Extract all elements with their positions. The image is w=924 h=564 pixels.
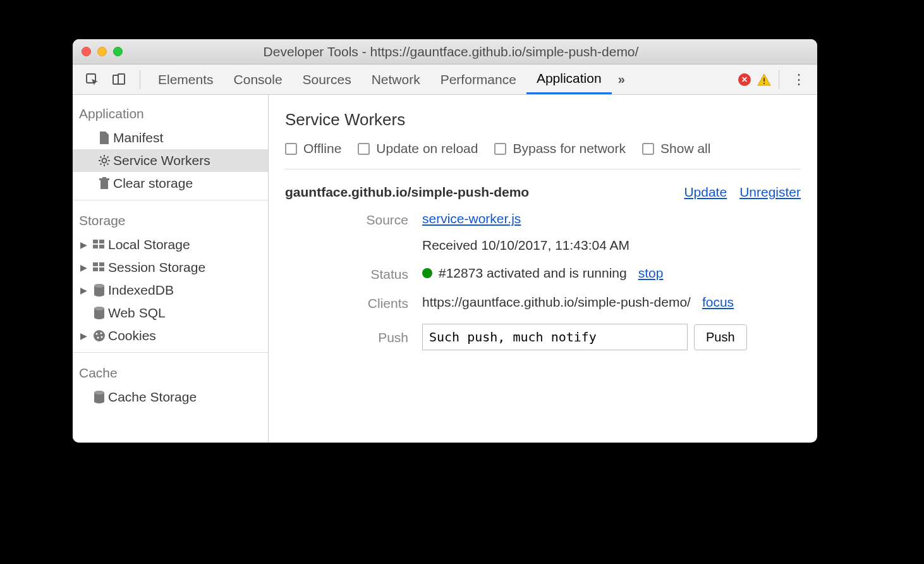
sidebar-item-label: Cookies — [108, 328, 156, 343]
svg-point-33 — [101, 336, 103, 338]
devtools-window: Developer Tools - https://gauntface.gith… — [73, 39, 817, 443]
settings-menu-icon[interactable]: ⋮ — [787, 71, 811, 88]
sidebar-item-label: Manifest — [113, 130, 163, 145]
value-source: service-worker.js Received 10/10/2017, 1… — [422, 211, 801, 253]
status-dot-icon — [422, 268, 432, 278]
window-title: Developer Tools - https://gauntface.gith… — [94, 44, 808, 59]
sidebar-divider — [73, 200, 268, 200]
sidebar-item-label: Cache Storage — [108, 389, 197, 405]
inspect-element-icon[interactable] — [84, 71, 100, 88]
file-icon — [95, 132, 113, 144]
svg-rect-19 — [93, 245, 98, 248]
svg-line-11 — [107, 164, 109, 165]
panel-heading: Service Workers — [285, 110, 801, 130]
sidebar-item-indexeddb[interactable]: ▶ IndexedDB — [73, 279, 268, 302]
checkbox-label: Show all — [660, 141, 710, 156]
tab-elements[interactable]: Elements — [148, 64, 224, 94]
grid-icon — [90, 262, 108, 273]
database-icon — [90, 391, 108, 403]
checkbox-show-all[interactable]: Show all — [642, 141, 710, 156]
sidebar-item-label: Service Workers — [113, 153, 210, 168]
gear-icon — [95, 154, 113, 167]
sidebar-item-clear-storage[interactable]: Clear storage — [73, 172, 268, 195]
svg-line-12 — [100, 164, 102, 165]
expand-arrow-icon[interactable]: ▶ — [80, 331, 90, 341]
source-file-link[interactable]: service-worker.js — [422, 211, 521, 226]
svg-point-31 — [100, 333, 102, 334]
database-icon — [90, 284, 108, 297]
sidebar-item-label: Session Storage — [108, 260, 205, 275]
sidebar-group-storage: Storage — [73, 205, 268, 233]
svg-rect-21 — [93, 262, 98, 266]
svg-rect-17 — [93, 240, 98, 243]
main-panel: Service Workers Offline Update on reload… — [269, 95, 817, 443]
stop-link[interactable]: stop — [638, 266, 664, 281]
value-status: #12873 activated and is running stop — [422, 266, 801, 281]
sidebar-item-session-storage[interactable]: ▶ Session Storage — [73, 256, 268, 279]
device-toolbar-icon[interactable] — [111, 71, 127, 88]
checkbox-icon — [494, 143, 506, 155]
sw-details: Source service-worker.js Received 10/10/… — [285, 211, 801, 350]
more-tabs-button[interactable]: » — [612, 72, 631, 87]
window-close-button[interactable] — [82, 47, 91, 56]
expand-arrow-icon[interactable]: ▶ — [80, 240, 90, 250]
label-push: Push — [310, 324, 408, 345]
client-url: https://gauntface.github.io/simple-push-… — [422, 295, 691, 310]
sidebar-item-manifest[interactable]: Manifest — [73, 126, 268, 149]
expand-arrow-icon[interactable]: ▶ — [80, 285, 90, 295]
svg-rect-16 — [102, 177, 106, 178]
unregister-link[interactable]: Unregister — [739, 185, 801, 200]
sw-options-row: Offline Update on reload Bypass for netw… — [285, 141, 801, 169]
sw-origin-row: gauntface.github.io/simple-push-demo Upd… — [285, 169, 801, 211]
svg-point-5 — [102, 159, 107, 163]
focus-link[interactable]: focus — [702, 295, 734, 310]
grid-icon — [90, 240, 108, 250]
tab-sources[interactable]: Sources — [293, 64, 362, 94]
checkbox-label: Update on reload — [376, 141, 478, 156]
checkbox-label: Offline — [303, 141, 341, 156]
sidebar-item-service-workers[interactable]: Service Workers — [73, 149, 268, 172]
tab-performance[interactable]: Performance — [430, 64, 526, 94]
checkbox-offline[interactable]: Offline — [285, 141, 341, 156]
database-icon — [90, 307, 108, 319]
value-clients: https://gauntface.github.io/simple-push-… — [422, 295, 801, 310]
checkbox-bypass-for-network[interactable]: Bypass for network — [494, 141, 626, 156]
label-status: Status — [310, 266, 408, 282]
tab-network[interactable]: Network — [362, 64, 430, 94]
push-input[interactable] — [422, 324, 688, 350]
sidebar-item-cache-storage[interactable]: ▶ Cache Storage — [73, 386, 268, 408]
sidebar-item-label: IndexedDB — [108, 283, 174, 298]
checkbox-icon — [642, 143, 654, 155]
update-link[interactable]: Update — [684, 185, 727, 200]
svg-rect-15 — [99, 178, 109, 180]
content-area: Application Manifest Service Workers — [73, 95, 817, 443]
svg-line-10 — [100, 157, 102, 158]
sidebar-divider — [73, 352, 268, 353]
sidebar-item-cookies[interactable]: ▶ Cookies — [73, 324, 268, 347]
value-push: Push — [422, 324, 801, 350]
warnings-badge-icon[interactable] — [757, 73, 771, 86]
svg-rect-2 — [118, 74, 125, 84]
sidebar-item-web-sql[interactable]: ▶ Web SQL — [73, 302, 268, 324]
checkbox-icon — [358, 143, 370, 155]
label-source: Source — [310, 211, 408, 228]
sw-origin: gauntface.github.io/simple-push-demo — [285, 185, 529, 200]
titlebar: Developer Tools - https://gauntface.gith… — [73, 39, 817, 64]
svg-point-29 — [94, 330, 105, 341]
checkbox-icon — [285, 143, 297, 155]
label-clients: Clients — [310, 295, 408, 311]
svg-rect-18 — [99, 240, 104, 243]
expand-arrow-icon[interactable]: ▶ — [80, 262, 90, 273]
svg-rect-23 — [93, 267, 98, 271]
checkbox-update-on-reload[interactable]: Update on reload — [358, 141, 478, 156]
sidebar-item-local-storage[interactable]: ▶ Local Storage — [73, 233, 268, 256]
toolbar-separator — [140, 70, 140, 89]
push-button[interactable]: Push — [694, 324, 747, 350]
svg-rect-24 — [99, 267, 104, 271]
tab-application[interactable]: Application — [526, 64, 612, 94]
errors-badge-icon[interactable] — [738, 73, 751, 86]
svg-rect-4 — [763, 83, 765, 84]
svg-rect-22 — [99, 262, 104, 266]
svg-point-28 — [94, 307, 104, 310]
tab-console[interactable]: Console — [224, 64, 293, 94]
